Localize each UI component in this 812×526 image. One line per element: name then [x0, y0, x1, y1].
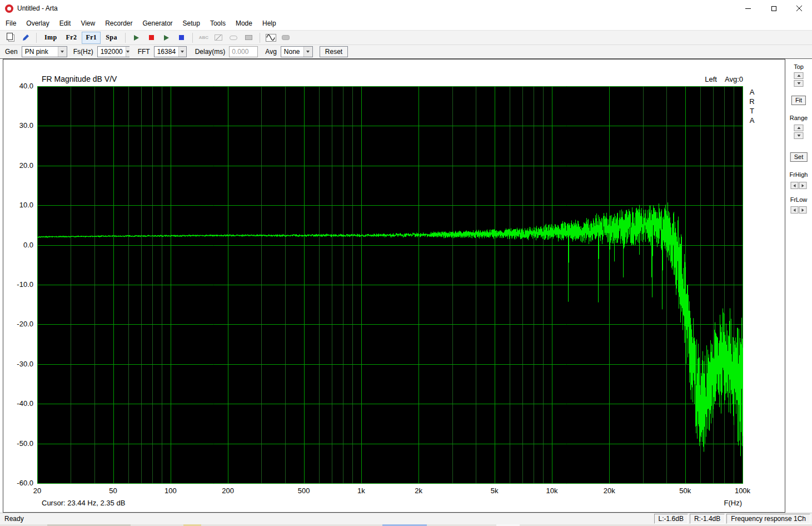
top-up-button[interactable] [794, 72, 804, 79]
averaging-dropdown-button[interactable] [303, 47, 312, 57]
signal-view-button[interactable] [264, 32, 278, 44]
generator-play-button[interactable] [160, 32, 173, 44]
x-tick-label: 100 [165, 487, 177, 495]
set-button[interactable]: Set [790, 152, 808, 162]
x-tick-label: 20k [604, 487, 615, 495]
fr-plot-panel: FR Magnitude dB V/V Left Avg:0 A R T A C… [3, 59, 785, 513]
frhigh-right-button[interactable] [799, 182, 807, 189]
reset-button[interactable]: Reset [320, 46, 348, 57]
chevron-down-icon [181, 51, 184, 53]
channel-label: Left [705, 75, 717, 83]
sample-rate-select[interactable]: 192000 [97, 46, 129, 57]
arrow-down-icon [797, 82, 800, 85]
cursor-readout: Cursor: 23.44 Hz, 2.35 dB [42, 499, 125, 507]
range-down-button[interactable] [794, 132, 804, 139]
fr-plot-canvas[interactable] [37, 86, 743, 484]
menu-file[interactable]: File [1, 17, 21, 30]
menu-generator[interactable]: Generator [138, 17, 178, 30]
arrow-left-icon [794, 209, 796, 212]
top-label: Top [785, 63, 812, 70]
new-window-button[interactable] [3, 32, 17, 44]
range-up-button[interactable] [794, 125, 804, 131]
arrow-down-icon [797, 135, 800, 137]
chevron-down-icon [306, 51, 310, 53]
overlay-tool-button[interactable] [212, 32, 226, 44]
menu-overlay[interactable]: Overlay [21, 17, 54, 30]
top-down-button[interactable] [794, 80, 804, 87]
main-area: FR Magnitude dB V/V Left Avg:0 A R T A C… [0, 59, 812, 513]
box-icon [245, 35, 252, 40]
delay-input[interactable] [229, 46, 258, 57]
x-axis-label: F(Hz) [724, 499, 743, 507]
overlay-icon [215, 34, 222, 41]
y-tick-label: -30.0 [17, 360, 33, 368]
menu-setup[interactable]: Setup [178, 17, 205, 30]
right-control-panel: Top Fit Range Set FrHigh FrLow [785, 59, 812, 513]
link-tool-button[interactable] [227, 32, 241, 44]
arta-logo-icon [5, 4, 13, 13]
recorder-play-button[interactable] [129, 32, 143, 44]
fs-label: Fs(Hz) [73, 48, 93, 56]
toolbar-separator [192, 33, 193, 43]
frhigh-left-button[interactable] [791, 182, 799, 189]
toolbar-separator [260, 33, 260, 43]
x-tick-label: 10k [546, 487, 557, 495]
close-button[interactable] [786, 0, 812, 17]
spa-mode-button[interactable]: Spa [102, 32, 121, 44]
fit-button[interactable]: Fit [791, 96, 806, 105]
y-tick-label: 0.0 [23, 241, 33, 249]
x-tick-label: 1k [357, 487, 365, 495]
averaging-select[interactable]: None [281, 46, 313, 57]
link-icon [230, 36, 237, 40]
maximize-button[interactable] [761, 0, 786, 17]
menu-mode[interactable]: Mode [231, 17, 257, 30]
arrow-right-icon [802, 209, 804, 212]
maximize-icon [771, 6, 776, 11]
box-tool-button[interactable] [242, 32, 256, 44]
arrow-right-icon [802, 184, 804, 187]
fft-size-select[interactable]: 16384 [154, 46, 187, 57]
imp-mode-button[interactable]: Imp [41, 32, 61, 44]
menu-tools[interactable]: Tools [205, 17, 231, 30]
text-label-tool-button[interactable]: ABC [197, 32, 211, 44]
gen-label: Gen [5, 48, 18, 56]
y-tick-label: -10.0 [17, 280, 33, 289]
generator-type-dropdown-button[interactable] [58, 47, 67, 57]
menu-help[interactable]: Help [257, 17, 281, 30]
close-icon [796, 6, 802, 11]
plot-legend: Left Avg:0 [705, 75, 743, 83]
generator-type-select[interactable]: PN pink [22, 46, 67, 57]
y-tick-label: 10.0 [19, 201, 33, 209]
arrow-up-icon [797, 127, 800, 129]
fr2-mode-button[interactable]: Fr2 [62, 32, 81, 44]
toolbar-separator [125, 33, 126, 43]
settings-bar: Gen PN pink Fs(Hz) 192000 FFT 16384 Dela… [0, 45, 812, 59]
left-level-badge: L:-1.6dB [654, 514, 688, 524]
arrow-left-icon [794, 184, 796, 187]
menu-edit[interactable]: Edit [54, 17, 76, 30]
minimize-button[interactable] [735, 0, 761, 17]
record-icon [149, 35, 154, 40]
new-window-icon [7, 33, 13, 40]
fft-size-value: 16384 [155, 47, 178, 57]
menu-recorder[interactable]: Recorder [100, 17, 137, 30]
record-button[interactable] [145, 32, 158, 44]
stop-button[interactable] [175, 32, 188, 44]
measurement-mode-badge: Frequency response 1Ch [726, 514, 810, 524]
frlow-right-button[interactable] [799, 206, 807, 214]
scope-view-button[interactable] [279, 32, 293, 44]
delay-label: Delay(ms) [195, 48, 226, 56]
frlow-left-button[interactable] [791, 206, 799, 214]
menu-view[interactable]: View [76, 17, 100, 30]
minimize-icon [745, 8, 751, 9]
toolbar-separator [36, 33, 37, 43]
x-tick-label: 50k [679, 487, 691, 495]
toolbar: Imp Fr2 Fr1 Spa ABC [0, 30, 812, 45]
sample-rate-value: 192000 [98, 47, 126, 57]
frlow-spinner [791, 206, 807, 214]
sample-rate-dropdown-button[interactable] [126, 47, 129, 57]
fft-size-dropdown-button[interactable] [178, 47, 186, 57]
marker-button[interactable] [18, 32, 32, 44]
x-tick-label: 20 [33, 487, 41, 495]
fr1-mode-button[interactable]: Fr1 [82, 32, 101, 44]
